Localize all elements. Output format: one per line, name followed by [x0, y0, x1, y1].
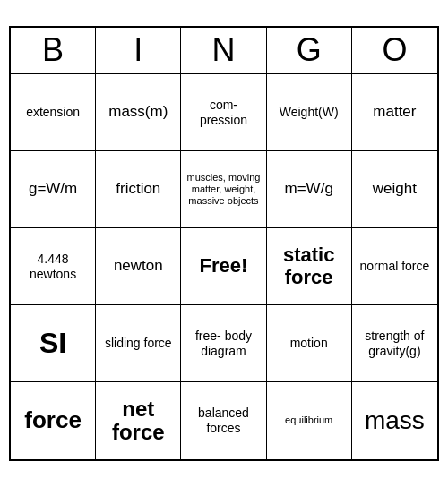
header-letter: B — [11, 28, 96, 73]
bingo-cell: SI — [11, 305, 96, 382]
header-letter: O — [352, 28, 437, 73]
bingo-cell: extension — [11, 74, 96, 151]
bingo-cell: 4.448 newtons — [11, 228, 96, 305]
bingo-cell: com- pression — [181, 74, 266, 151]
header-letter: I — [96, 28, 181, 73]
bingo-cell: Free! — [181, 228, 266, 305]
bingo-cell: newton — [96, 228, 181, 305]
bingo-header: BINGO — [11, 28, 437, 74]
bingo-cell: equilibrium — [267, 382, 352, 459]
bingo-cell: strength of gravity(g) — [352, 305, 437, 382]
bingo-cell: motion — [267, 305, 352, 382]
bingo-cell: sliding force — [96, 305, 181, 382]
bingo-cell: normal force — [352, 228, 437, 305]
header-letter: N — [181, 28, 266, 73]
header-letter: G — [267, 28, 352, 73]
bingo-cell: g=W/m — [11, 151, 96, 228]
bingo-grid: extensionmass(m)com- pressionWeight(W)ma… — [11, 74, 437, 459]
bingo-cell: muscles, moving matter, weight, massive … — [181, 151, 266, 228]
bingo-cell: mass(m) — [96, 74, 181, 151]
bingo-cell: force — [11, 382, 96, 459]
bingo-cell: net force — [96, 382, 181, 459]
bingo-cell: Weight(W) — [267, 74, 352, 151]
bingo-cell: matter — [352, 74, 437, 151]
bingo-cell: friction — [96, 151, 181, 228]
bingo-cell: balanced forces — [181, 382, 266, 459]
bingo-cell: free- body diagram — [181, 305, 266, 382]
bingo-cell: m=W/g — [267, 151, 352, 228]
bingo-cell: mass — [352, 382, 437, 459]
bingo-cell: static force — [267, 228, 352, 305]
bingo-cell: weight — [352, 151, 437, 228]
bingo-card: BINGO extensionmass(m)com- pressionWeigh… — [9, 26, 439, 461]
